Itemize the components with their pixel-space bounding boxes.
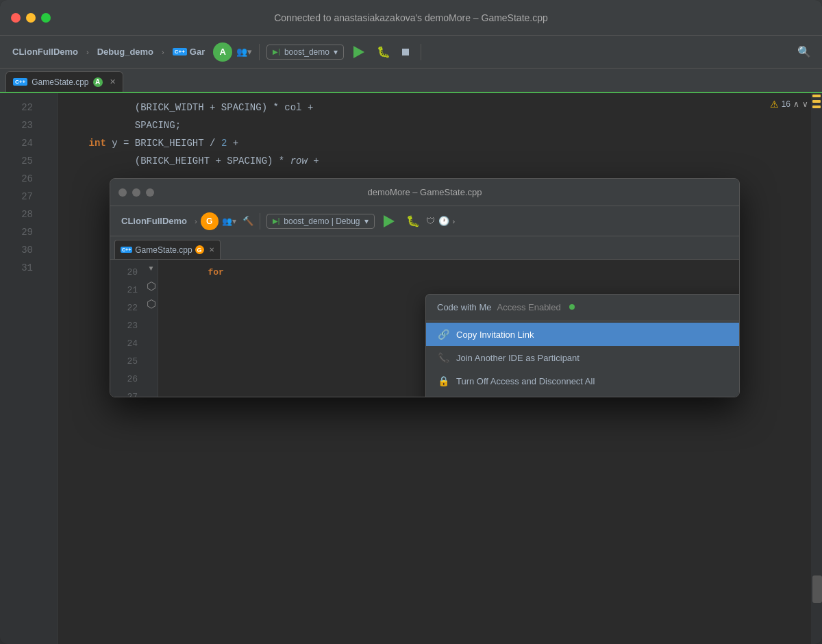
popup-code-line: for [165,264,732,282]
close-button[interactable] [11,13,21,23]
copy-invitation-link-item[interactable]: 🔗 Copy Invitation Link [426,323,740,346]
popup-line-numbers: 20 21 22 23 24 25 26 27 28 29 30 [110,260,145,397]
popup-line-num: 27 [110,388,138,397]
tab-bar: C++ GameState.cpp A ✕ [0,69,822,93]
gutter-empty [41,112,58,129]
file-tab[interactable]: C++ GameState.cpp A ✕ [5,71,123,92]
force-follow-item[interactable]: ↩ Force Others to Follow You [426,393,740,397]
scrollbar[interactable] [811,93,822,644]
popup-maximize[interactable] [146,188,154,197]
dropdown-header: Code with Me Access Enabled 🔧 📊 [426,295,740,319]
separator-2 [421,44,421,60]
access-dot [569,304,575,310]
lock-icon: 🔒 [437,375,449,386]
popup-hammer-icon[interactable]: 🔨 [242,216,253,226]
stop-icon[interactable]: ⏹ [397,43,414,61]
popup-bt-icon: ▶| [273,217,280,225]
debug-icon[interactable]: 🐛 [374,42,393,61]
popup-tab-filename: GameState.cpp [135,245,192,255]
popup-line-num: 24 [110,335,138,353]
popup-cpp-icon: C++ [121,247,132,253]
gutter-empty [41,129,58,147]
tab-avatar: A [93,77,103,87]
maximize-button[interactable] [41,13,51,23]
gutter-bookmark-2: ⬡ [145,295,158,313]
code-line: int y = BRICK_HEIGHT / 2 + [66,134,803,152]
line-num: 30 [0,241,33,259]
code-line: SPACING; [66,116,803,134]
code-line: (BRICK_HEIGHT + SPACING) * row + [66,152,803,170]
popup-line-num: 21 [110,282,138,299]
copy-link-label: Copy Invitation Link [456,330,534,340]
turn-off-label: Turn Off Access and Disconnect All [456,376,595,386]
turn-off-item[interactable]: 🔒 Turn Off Access and Disconnect All [426,369,740,393]
popup-tab-bar: C++ GameState.cpp G ✕ Code with Me Acces… [110,236,739,260]
popup-tab-area: C++ GameState.cpp G ✕ Code with Me Acces… [110,236,739,397]
popup-minimize[interactable] [132,188,140,197]
line-numbers: 22 23 24 25 26 27 28 29 30 31 [0,93,41,644]
window-title: Connected to anastasiakazakova's demoMor… [274,12,548,23]
scroll-marker [812,95,821,97]
chevron-icon-2: › [162,48,164,56]
line-num: 31 [0,259,33,277]
tab-close-button[interactable]: ✕ [110,77,116,86]
code-line: (BRICK_WIDTH + SPACING) * col + [66,99,803,116]
gutter-collapse-icon[interactable]: ▼ [145,260,158,277]
popup-run-config[interactable]: ▶| boost_demo | Debug ▾ [266,214,375,229]
popup-run-label: boost_demo | Debug [284,216,360,226]
minimize-button[interactable] [26,13,36,23]
popup-chevron-right[interactable]: › [453,217,456,225]
popup-clock-icon[interactable]: 🕐 [438,216,449,226]
popup-sep1 [260,213,260,230]
run-config-selector[interactable]: ▶| boost_demo ▾ [266,45,344,60]
popup-close[interactable] [119,188,127,197]
popup-line-num: 25 [110,353,138,371]
search-icon[interactable]: 🔍 [795,42,814,61]
popup-run-button[interactable] [378,210,400,232]
popup-title-bar: demoMore – GameState.cpp [110,179,739,206]
main-gutter-icons [41,94,58,165]
join-ide-item[interactable]: 📞 Join Another IDE as Participant [426,346,740,369]
chevron-icon: › [86,48,89,56]
gutter-empty [41,94,58,112]
popup-play-icon [384,215,395,227]
line-num: 29 [0,223,33,241]
popup-avatar[interactable]: G [201,212,219,230]
popup-dropdown-arrow: ▾ [364,216,369,226]
cpp-tab-icon: C++ [13,78,27,86]
popup-traffic-lights [119,188,154,197]
popup-tab-close[interactable]: ✕ [209,246,214,253]
join-ide-label: Join Another IDE as Participant [456,353,580,363]
run-button[interactable] [348,41,370,63]
run-config-label: boost_demo [284,47,329,57]
popup-collab-icon[interactable]: 👥▾ [222,216,236,226]
popup-file-tab[interactable]: C++ GameState.cpp G ✕ [114,240,221,259]
cwm-label: Code with Me [437,302,491,312]
popup-title: demoMore – GameState.cpp [368,187,482,197]
file-label: Gar [190,47,205,57]
user-avatar[interactable]: A [213,42,232,62]
line-num: 22 [0,99,33,116]
popup-gutter: ▼ ⬡ ⬡ [145,260,158,397]
project-name[interactable]: CLionFullDemo [8,44,82,60]
popup-window: demoMore – GameState.cpp CLionFullDemo ›… [110,178,740,397]
config-name[interactable]: Debug_demo [93,44,158,60]
traffic-lights [11,13,51,23]
popup-line-num: 22 [110,299,138,317]
popup-project-name[interactable]: CLionFullDemo [117,213,191,229]
collaborators-icon[interactable]: 👥▾ [236,47,252,57]
popup-shield-icon[interactable]: 🛡 [426,216,435,226]
phone-icon: 📞 [437,352,449,363]
play-icon [353,46,364,58]
popup-debug-icon[interactable]: 🐛 [403,212,423,230]
cpp-icon: C++ [173,48,187,55]
menu-divider-1 [426,321,740,321]
scrollbar-thumb[interactable] [812,575,822,603]
dropdown-arrow: ▾ [334,47,338,57]
popup-line-num: 23 [110,317,138,335]
link-icon: 🔗 [437,329,449,340]
code-with-me-dropdown: Code with Me Access Enabled 🔧 📊 🔗 Copy I… [425,294,740,397]
line-num: 27 [0,188,33,206]
line-num: 28 [0,206,33,223]
cpp-file-tab[interactable]: C++ Gar [169,44,210,60]
